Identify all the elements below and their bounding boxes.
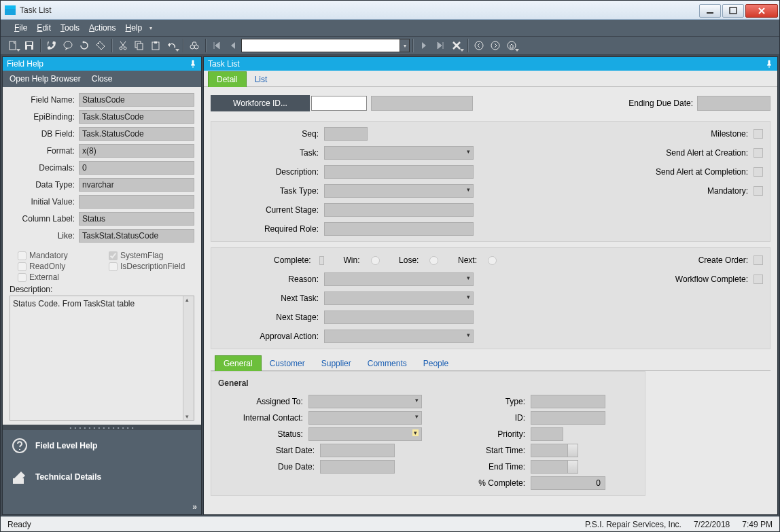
more-chevron-icon[interactable]: » bbox=[192, 502, 197, 512]
milestone-checkbox[interactable] bbox=[754, 129, 763, 139]
workforce-id-button[interactable]: Workforce ID... bbox=[211, 95, 310, 111]
subtab-general[interactable]: General bbox=[215, 355, 262, 371]
description-input[interactable] bbox=[324, 165, 474, 179]
win-radio[interactable] bbox=[371, 256, 380, 265]
isdescfield-checkbox[interactable]: IsDescriptionField bbox=[109, 262, 194, 271]
alert-creation-checkbox[interactable] bbox=[754, 148, 763, 158]
back-icon[interactable] bbox=[471, 38, 487, 53]
pin-icon[interactable] bbox=[189, 60, 197, 68]
tasktype-combo[interactable] bbox=[324, 184, 474, 198]
datatype-label: Data Type: bbox=[10, 180, 79, 190]
lose-radio[interactable] bbox=[429, 256, 438, 265]
assignedto-combo[interactable] bbox=[308, 395, 422, 408]
edit-icon bbox=[11, 468, 29, 486]
binoculars-icon[interactable] bbox=[186, 38, 202, 53]
createorder-checkbox[interactable] bbox=[754, 255, 763, 265]
forward-icon[interactable] bbox=[487, 38, 503, 53]
delete-icon[interactable] bbox=[448, 38, 465, 53]
endtime-spinner[interactable]: ▴▾ bbox=[531, 460, 578, 474]
home-icon[interactable] bbox=[503, 38, 520, 53]
format-value[interactable]: x(8) bbox=[79, 144, 194, 158]
open-help-browser-link[interactable]: Open Help Browser bbox=[10, 74, 81, 84]
dbfield-value[interactable]: Task.StatusCode bbox=[79, 127, 194, 141]
type-input[interactable] bbox=[531, 395, 605, 408]
alert-completion-checkbox[interactable] bbox=[754, 167, 763, 177]
nextstage-input[interactable] bbox=[324, 311, 474, 324]
menu-help[interactable]: Help bbox=[121, 22, 146, 34]
task-combo[interactable] bbox=[324, 146, 474, 160]
close-help-link[interactable]: Close bbox=[92, 74, 113, 84]
like-value[interactable]: TaskStat.StatusCode bbox=[79, 229, 194, 243]
field-level-help-link[interactable]: Field Level Help bbox=[3, 430, 201, 461]
minimize-button[interactable] bbox=[699, 4, 721, 18]
workforce-id-input[interactable] bbox=[311, 96, 367, 111]
paste-icon[interactable] bbox=[147, 38, 164, 53]
close-button[interactable] bbox=[745, 4, 778, 18]
workforce-name-display bbox=[371, 96, 473, 111]
cut-icon[interactable] bbox=[115, 38, 131, 53]
tag-icon[interactable] bbox=[92, 38, 109, 53]
seq-input[interactable] bbox=[324, 127, 368, 141]
undo-icon[interactable] bbox=[164, 38, 180, 53]
chat-icon[interactable] bbox=[60, 38, 76, 53]
initialvalue-value[interactable] bbox=[79, 195, 194, 209]
nav-search-dropdown[interactable]: ▾ bbox=[400, 39, 410, 52]
menu-edit[interactable]: Edit bbox=[33, 22, 55, 34]
datatype-value[interactable]: nvarchar bbox=[79, 178, 194, 192]
nav-prev-icon[interactable] bbox=[225, 38, 241, 53]
pctcomplete-value[interactable]: 0 bbox=[531, 476, 605, 490]
menu-file[interactable]: File bbox=[10, 22, 31, 34]
columnlabel-value[interactable]: Status bbox=[79, 212, 194, 226]
starttime-spinner[interactable]: ▴▾ bbox=[531, 444, 578, 457]
external-checkbox[interactable]: External bbox=[18, 272, 103, 282]
currentstage-input[interactable] bbox=[324, 203, 474, 217]
splitter-grip[interactable]: • • • • • • • • • • • • • • bbox=[3, 425, 201, 430]
startdate-input[interactable] bbox=[320, 444, 395, 457]
ending-due-date-input[interactable] bbox=[697, 96, 770, 111]
priority-input[interactable] bbox=[531, 427, 563, 441]
new-button[interactable] bbox=[5, 38, 21, 53]
duedate-input[interactable] bbox=[320, 460, 395, 474]
systemflag-checkbox[interactable]: SystemFlag bbox=[109, 251, 194, 260]
nexttask-combo[interactable] bbox=[324, 291, 474, 305]
next-radio[interactable] bbox=[488, 256, 497, 265]
description-label: Description: bbox=[10, 285, 194, 296]
status-combo[interactable] bbox=[308, 427, 422, 441]
menu-tools[interactable]: Tools bbox=[56, 22, 84, 34]
approvalaction-combo[interactable] bbox=[324, 330, 474, 343]
pin-icon[interactable] bbox=[765, 60, 773, 68]
mandatory-checkbox[interactable]: Mandatory bbox=[18, 251, 103, 260]
workflowcomplete-checkbox[interactable] bbox=[754, 274, 763, 284]
save-button[interactable] bbox=[21, 38, 37, 53]
nav-first-icon[interactable] bbox=[209, 38, 225, 53]
description-textarea[interactable]: Status Code. From TaskStat table bbox=[10, 296, 194, 421]
subtab-customer[interactable]: Customer bbox=[262, 356, 313, 371]
subtab-comments[interactable]: Comments bbox=[359, 356, 415, 371]
phone-icon[interactable] bbox=[43, 38, 60, 53]
nav-last-icon[interactable] bbox=[432, 38, 448, 53]
refresh-icon[interactable] bbox=[76, 38, 92, 53]
readonly-checkbox[interactable]: ReadOnly bbox=[18, 262, 103, 271]
subtab-supplier[interactable]: Supplier bbox=[313, 356, 359, 371]
copy-icon[interactable] bbox=[131, 38, 147, 53]
field-name-value[interactable]: StatusCode bbox=[79, 93, 194, 107]
scrollbar[interactable] bbox=[183, 296, 194, 420]
requiredrole-input[interactable] bbox=[324, 222, 474, 236]
complete-checkbox[interactable] bbox=[319, 256, 324, 265]
maximize-button[interactable] bbox=[722, 4, 744, 18]
subtab-people[interactable]: People bbox=[415, 356, 457, 371]
menu-actions[interactable]: Actions bbox=[85, 22, 120, 34]
id-input[interactable] bbox=[531, 411, 605, 425]
reason-combo[interactable] bbox=[324, 272, 474, 286]
tab-list[interactable]: List bbox=[247, 72, 276, 87]
mandatory-r-checkbox[interactable] bbox=[754, 186, 763, 196]
technical-details-link[interactable]: Technical Details bbox=[3, 461, 201, 493]
menu-overflow-icon[interactable]: ▾ bbox=[147, 25, 152, 31]
nav-search-field[interactable] bbox=[241, 39, 400, 52]
internalcontact-combo[interactable] bbox=[308, 411, 422, 425]
starttime-label: Start Time: bbox=[436, 446, 531, 455]
tab-detail[interactable]: Detail bbox=[208, 71, 247, 87]
decimals-value[interactable]: 0 bbox=[79, 161, 194, 175]
epibinding-value[interactable]: Task.StatusCode bbox=[79, 110, 194, 124]
nav-next-icon[interactable] bbox=[416, 38, 432, 53]
